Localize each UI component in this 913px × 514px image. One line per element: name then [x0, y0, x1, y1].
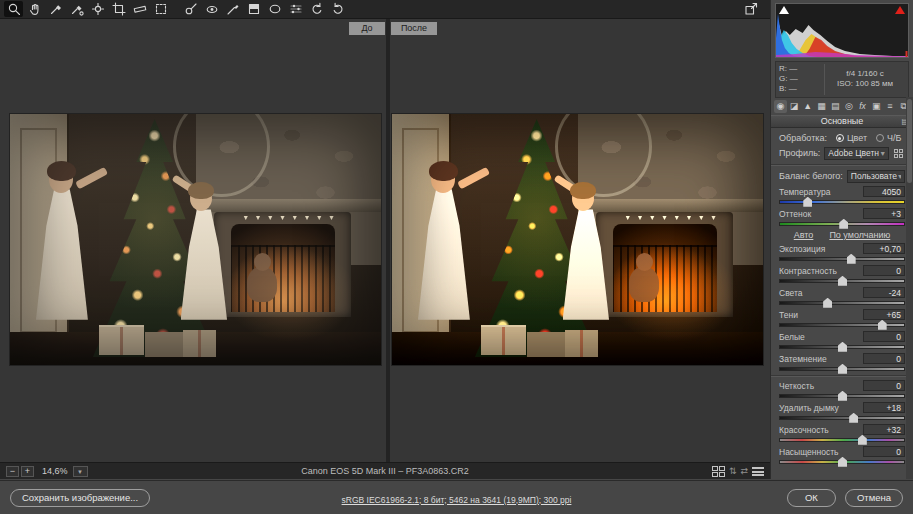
auto-link[interactable]: Авто [794, 230, 814, 240]
split-toning-tab[interactable]: ▤ [829, 100, 842, 113]
slider-value[interactable]: +32 [863, 424, 905, 435]
before-tab[interactable]: До [349, 22, 385, 35]
slider-value[interactable]: 0 [863, 331, 905, 342]
before-image[interactable] [10, 114, 381, 365]
swap-before-after-icon[interactable]: ⇅ [729, 466, 737, 477]
tone-curve-tab[interactable]: ◪ [788, 100, 801, 113]
zoom-level: 14,6% [42, 466, 68, 476]
presets-tab[interactable]: ≡ [884, 100, 897, 113]
slider-thumb[interactable] [849, 413, 858, 423]
slider-thumb[interactable] [838, 391, 847, 401]
profile-select[interactable]: Adobe Цветной▼ [824, 147, 889, 160]
spot-removal-tool-icon[interactable] [181, 1, 200, 17]
crop-tool-icon[interactable] [109, 1, 128, 17]
after-tab[interactable]: После [391, 22, 437, 35]
slider-value[interactable]: +65 [863, 309, 905, 320]
red-eye-tool-icon[interactable] [202, 1, 221, 17]
camera-calibration-tab[interactable]: ▣ [870, 100, 883, 113]
slider-track[interactable] [779, 345, 905, 349]
slider-value[interactable]: 0 [863, 265, 905, 276]
slider-thumb[interactable] [839, 219, 848, 229]
divider [771, 164, 913, 166]
slider-value[interactable]: +3 [863, 208, 905, 219]
slider-thumb[interactable] [803, 197, 812, 207]
zoom-in-button[interactable]: + [21, 466, 34, 477]
hand-tool-icon[interactable] [25, 1, 44, 17]
slider-thumb[interactable] [838, 276, 847, 286]
slider-track[interactable] [779, 367, 905, 371]
workflow-options-link[interactable]: sRGB IEC61966-2.1; 8 бит; 5462 на 3641 (… [342, 495, 572, 505]
slider-row: Удалить дымку+18 [779, 402, 905, 420]
rotate-right-tool-icon[interactable] [328, 1, 347, 17]
lens-corrections-tab[interactable]: ◎ [843, 100, 856, 113]
slider-track[interactable] [779, 222, 905, 226]
effects-tab[interactable]: fx [856, 100, 869, 113]
toggle-fullscreen-icon[interactable] [741, 1, 760, 17]
slider-track[interactable] [779, 200, 905, 204]
slider-thumb[interactable] [847, 254, 856, 264]
slider-track[interactable] [779, 257, 905, 261]
graduated-filter-tool-icon[interactable] [244, 1, 263, 17]
treatment-color-radio[interactable] [836, 134, 844, 142]
treatment-row: Обработка: Цвет Ч/Б [779, 131, 905, 146]
view-menu-icon[interactable] [752, 467, 764, 476]
slider-track[interactable] [779, 279, 905, 283]
slider-value[interactable]: 0 [863, 353, 905, 364]
slider-label: Оттенок [779, 209, 811, 219]
slider-value[interactable]: +18 [863, 402, 905, 413]
slider-row: Света-24 [779, 287, 905, 305]
chevron-down-icon: ▼ [897, 173, 901, 180]
slider-value[interactable]: 4050 [863, 186, 905, 197]
slider-thumb[interactable] [823, 298, 832, 308]
slider-label: Света [779, 288, 803, 298]
treatment-bw-radio[interactable] [876, 134, 884, 142]
slider-track[interactable] [779, 394, 905, 398]
save-image-button[interactable]: Сохранить изображение... [10, 489, 150, 507]
slider-track[interactable] [779, 438, 905, 442]
targeted-adjustment-tool-icon[interactable] [88, 1, 107, 17]
cancel-button[interactable]: Отмена [845, 489, 903, 507]
highlight-clipping-indicator[interactable] [895, 6, 905, 14]
slider-track[interactable] [779, 323, 905, 327]
zoom-level-dropdown[interactable]: ▼ [73, 466, 88, 477]
slider-thumb[interactable] [878, 320, 887, 330]
transform-tool-icon[interactable] [151, 1, 170, 17]
zoom-tool-icon[interactable] [4, 1, 23, 17]
slider-track[interactable] [779, 416, 905, 420]
slider-value[interactable]: -24 [863, 287, 905, 298]
rgb-readout: R: — G: — B: — [779, 64, 825, 95]
slider-thumb[interactable] [838, 364, 847, 374]
copy-settings-icon[interactable]: ⇄ [740, 466, 748, 477]
after-image[interactable] [392, 114, 763, 365]
panel-scrollbar[interactable] [906, 97, 913, 479]
color-sampler-tool-icon[interactable] [67, 1, 86, 17]
hsl-tab[interactable]: ▦ [815, 100, 828, 113]
slider-value[interactable]: 0 [863, 380, 905, 391]
ok-button[interactable]: ОК [787, 489, 836, 507]
slider-thumb[interactable] [838, 457, 847, 467]
basic-tab[interactable]: ◉ [774, 100, 787, 113]
slider-track[interactable] [779, 301, 905, 305]
zoom-out-button[interactable]: − [6, 466, 19, 477]
slider-track[interactable] [779, 460, 905, 464]
slider-thumb[interactable] [858, 435, 867, 445]
shadow-clipping-indicator[interactable] [779, 6, 789, 14]
histogram [775, 3, 909, 58]
slider-label: Температура [779, 187, 830, 197]
white-balance-tool-icon[interactable] [46, 1, 65, 17]
panel-header: Основные ▤ [771, 115, 913, 128]
adjustment-brush-tool-icon[interactable] [223, 1, 242, 17]
before-after-view-icon[interactable] [712, 466, 725, 477]
white-balance-select[interactable]: Пользовательский▼ [847, 170, 905, 183]
preferences-tool-icon[interactable] [286, 1, 305, 17]
slider-value[interactable]: 0 [863, 446, 905, 457]
straighten-tool-icon[interactable] [130, 1, 149, 17]
detail-tab[interactable]: ▲ [801, 100, 814, 113]
basic-controls: Обработка: Цвет Ч/Б Профиль: Adobe Цветн… [771, 128, 913, 464]
rotate-left-tool-icon[interactable] [307, 1, 326, 17]
slider-value[interactable]: +0,70 [863, 243, 905, 254]
profile-browser-icon[interactable] [892, 147, 905, 160]
default-link[interactable]: По умолчанию [829, 230, 890, 240]
slider-thumb[interactable] [838, 342, 847, 352]
radial-filter-tool-icon[interactable] [265, 1, 284, 17]
